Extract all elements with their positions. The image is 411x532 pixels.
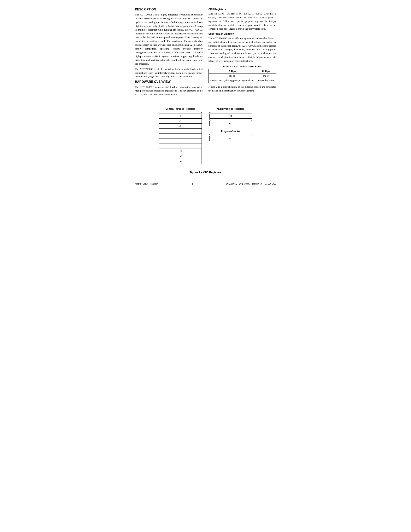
superscalar-dispatch-title: Superscalar Dispatch (208, 32, 276, 35)
hi-bit-low: 0 (251, 111, 252, 113)
left-column: DESCRIPTION The ACT 7000SC is a highly i… (135, 8, 203, 98)
gpr-reg-r1: r1 (159, 119, 202, 124)
footer-center-page-number: 2 (192, 183, 193, 185)
pc-bit-low: 0 (251, 133, 252, 136)
multiply-divide-title: Multiply/Divide Registers (217, 108, 244, 110)
program-counter-title: Program Counter (221, 130, 240, 133)
right-column: CPU Registers Like all MIPS ISA processo… (208, 8, 276, 98)
table-cell-mpipe-oneof: one of: (256, 74, 276, 78)
gpr-bit-low: 0 (201, 111, 202, 113)
pc-register: PC (209, 136, 252, 141)
hi-bit-labels: 63 0 (209, 111, 252, 113)
gpr-reg-r31: r31 (159, 159, 202, 164)
footer-right: SCD7000SC REV B 7/30/01 Plainview NY (51… (226, 183, 276, 185)
table-header-mpipe: M Pipe (256, 69, 276, 74)
hi-bit-high: 63 (209, 111, 212, 113)
gpr-reg-r30: r30 (159, 154, 202, 159)
figure-note: Figure 2 is a simplification of the pipe… (208, 85, 276, 93)
hi-register: HI (209, 114, 252, 119)
gpr-reg-r29: r29 (159, 149, 202, 154)
footer-left: Aeroflex Circuit Technology (135, 183, 159, 185)
gpr-reg-r2: r2 (159, 124, 202, 129)
table-header-fpipe: F Pipe (208, 69, 256, 74)
hardware-overview-title: HARDWARE OVERVIEW (135, 80, 203, 84)
gpr-title: General Purpose Registers (165, 108, 195, 110)
hardware-overview-para: The ACT 7000SC offers a high-level of in… (135, 85, 203, 96)
pc-bit-high: 63 (209, 133, 212, 136)
program-counter-group: Program Counter 63 0 PC (209, 130, 252, 141)
cpu-registers-title: CPU Registers (208, 8, 276, 11)
table-row: one of: one of: (208, 74, 276, 78)
right-register-groups: Multiply/Divide Registers 63 0 HI 63 0 L… (209, 108, 252, 141)
lo-bit-labels: 63 0 (209, 119, 252, 121)
main-content: DESCRIPTION The ACT 7000SC is a highly i… (135, 8, 276, 98)
instruction-table: F Pipe M Pipe one of: one of: integer, b… (208, 69, 276, 83)
gpr-reg-dot1: • (159, 129, 202, 134)
lo-register: LO (209, 121, 252, 126)
superscalar-dispatch-para: The ACT 7000SC has an efficient symmetri… (208, 36, 276, 63)
gpr-reg-0: 0 (159, 114, 202, 119)
lo-bit-high: 63 (209, 119, 212, 121)
table-cell-mpipe-items: integer, load/store (256, 78, 276, 83)
gpr-reg-dot3: • (159, 139, 202, 144)
gpr-reg-dot2: • (159, 134, 202, 139)
gpr-group: General Purpose Registers 63 0 0 r1 r2 •… (159, 108, 202, 164)
multiply-divide-group: Multiply/Divide Registers 63 0 HI 63 0 L… (209, 108, 252, 126)
table-row: integer, branch, floating-point, integer… (208, 78, 276, 83)
footer: Aeroflex Circuit Technology 2 SCD7000SC … (135, 182, 276, 185)
description-para-2: The ACT 7000SC is ideally suited for hig… (135, 67, 203, 78)
cpu-registers-para: Like all MIPS ISA processors, the ACT 70… (208, 12, 276, 31)
description-para-1: The ACT 7000SC is a highly integrated sy… (135, 13, 203, 66)
page: DESCRIPTION The ACT 7000SC is a highly i… (135, 8, 276, 220)
gpr-reg-dot4: • (159, 144, 202, 149)
figure-caption: Figure 1 – CP0 Registers (135, 171, 276, 174)
lo-bit-low: 0 (251, 119, 252, 121)
table-cell-fpipe-oneof: one of: (208, 74, 256, 78)
table-caption: Table 1 – Instruction Issue Rules (208, 65, 276, 68)
table-cell-fpipe-items: integer, branch, floating-point, integer… (208, 78, 256, 83)
pc-bit-labels: 63 0 (209, 133, 252, 136)
gpr-bit-high: 63 (159, 111, 161, 113)
gpr-bit-labels: 63 0 (159, 111, 202, 113)
figure-section: General Purpose Registers 63 0 0 r1 r2 •… (135, 108, 276, 164)
description-title: DESCRIPTION (135, 8, 203, 11)
gpr-registers: 0 r1 r2 • • • • r29 r30 r31 (159, 114, 202, 164)
